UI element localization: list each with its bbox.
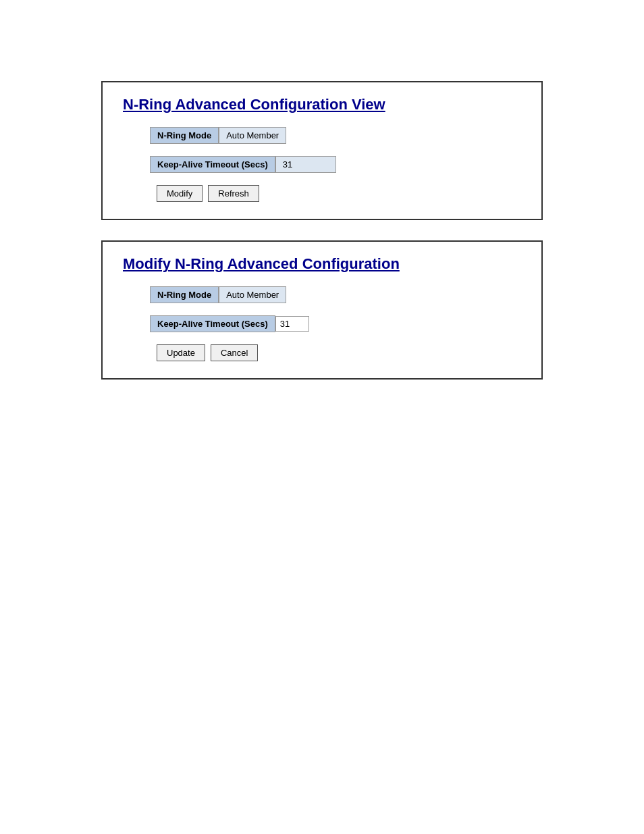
view-button-row: Modify Refresh: [150, 185, 521, 202]
nring-mode-value: Auto Member: [219, 127, 286, 144]
modify-keepalive-row: Keep-Alive Timeout (Secs): [150, 315, 521, 332]
update-button[interactable]: Update: [157, 344, 205, 361]
modify-nring-mode-label: N-Ring Mode: [150, 286, 219, 303]
modify-nring-mode-value: Auto Member: [219, 286, 286, 303]
keepalive-row: Keep-Alive Timeout (Secs) 31: [150, 156, 521, 173]
keepalive-input[interactable]: [275, 316, 309, 332]
nring-mode-label: N-Ring Mode: [150, 127, 219, 144]
modify-panel-title: Modify N-Ring Advanced Configuration: [123, 255, 521, 273]
nring-mode-row: N-Ring Mode Auto Member: [150, 127, 521, 144]
modify-button[interactable]: Modify: [157, 185, 203, 202]
refresh-button[interactable]: Refresh: [208, 185, 259, 202]
modify-keepalive-label: Keep-Alive Timeout (Secs): [150, 315, 275, 332]
modify-button-row: Update Cancel: [150, 344, 521, 361]
modify-nring-mode-row: N-Ring Mode Auto Member: [150, 286, 521, 303]
keepalive-label: Keep-Alive Timeout (Secs): [150, 156, 275, 173]
cancel-button[interactable]: Cancel: [211, 344, 258, 361]
modify-panel: Modify N-Ring Advanced Configuration N-R…: [101, 240, 543, 380]
view-panel-title: N-Ring Advanced Configuration View: [123, 96, 521, 113]
view-panel: N-Ring Advanced Configuration View N-Rin…: [101, 81, 543, 220]
keepalive-value: 31: [275, 156, 336, 173]
